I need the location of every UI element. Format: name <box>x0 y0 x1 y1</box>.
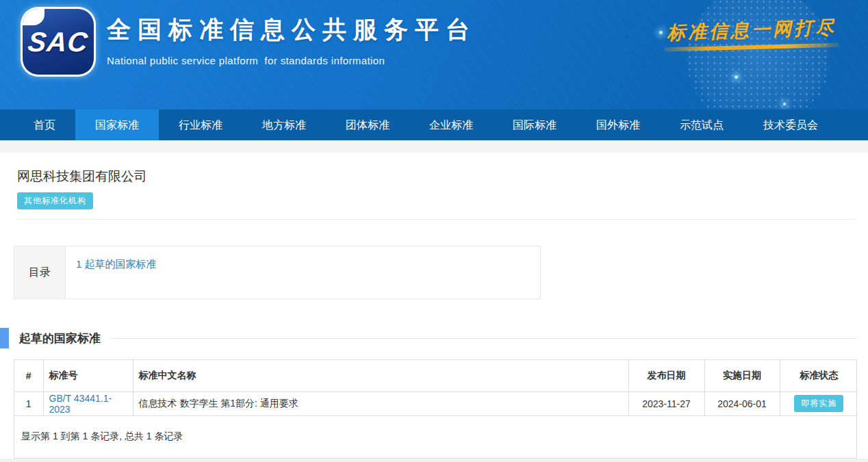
sub-nav-strip <box>0 140 868 153</box>
table-header-row: # 标准号 标准中文名称 发布日期 实施日期 标准状态 <box>14 360 858 392</box>
sac-logo-notch <box>23 9 44 25</box>
nav-item-group-standards[interactable]: 团体标准 <box>326 110 409 140</box>
table-row: 1 GB/T 43441.1-2023 信息技术 数字孪生 第1部分: 通用要求… <box>14 392 858 415</box>
column-header-pub-date: 发布日期 <box>628 360 704 392</box>
nav-item-enterprise-standards[interactable]: 企业标准 <box>409 110 493 140</box>
site-subtitle: National public service platform for sta… <box>107 55 476 66</box>
sac-logo[interactable]: SAC <box>21 7 96 77</box>
table-records-summary: 显示第 1 到第 1 条记录, 总共 1 条记录 <box>14 416 856 458</box>
column-header-index: # <box>14 360 43 392</box>
standards-table-container: # 标准号 标准中文名称 发布日期 实施日期 标准状态 1 GB/T 43441… <box>14 359 857 459</box>
nav-item-home[interactable]: 首页 <box>14 110 75 140</box>
nav-item-industry-standards[interactable]: 行业标准 <box>159 110 242 140</box>
standard-number-link[interactable]: GB/T 43441.1-2023 <box>49 393 112 415</box>
cell-pub-date: 2023-11-27 <box>628 392 704 415</box>
cell-status: 即将实施 <box>780 392 858 415</box>
nav-item-foreign-standards[interactable]: 国外标准 <box>576 110 660 140</box>
glow-dot-decoration <box>659 31 663 34</box>
cell-index: 1 <box>14 392 43 415</box>
page-bottom-strip <box>0 459 868 462</box>
site-title: 全国标准信息公共服务平台 <box>107 14 476 46</box>
organization-name: 网思科技集团有限公司 <box>17 168 868 185</box>
site-title-block: 全国标准信息公共服务平台 National public service pla… <box>107 14 476 66</box>
section-rule <box>110 338 857 339</box>
section-header: 起草的国家标准 <box>0 328 868 348</box>
organization-type-badge: 其他标准化机构 <box>17 192 93 209</box>
sac-logo-text: SAC <box>27 27 90 57</box>
slogan-text: 标准信息一网打尽 <box>666 15 837 46</box>
toc-link-drafted-standards[interactable]: 1 起草的国家标准 <box>76 258 157 270</box>
toc-box: 目录 1 起草的国家标准 <box>14 246 541 299</box>
nav-item-local-standards[interactable]: 地方标准 <box>242 110 326 140</box>
sac-logo-inner: SAC <box>23 9 94 75</box>
cell-std-no: GB/T 43441.1-2023 <box>43 392 133 415</box>
column-header-impl-date: 实施日期 <box>704 360 780 392</box>
cell-impl-date: 2024-06-01 <box>704 392 780 415</box>
glow-dot-decoration <box>735 75 738 79</box>
nav-item-technical-committee[interactable]: 技术委员会 <box>743 110 838 140</box>
divider <box>17 219 857 220</box>
slogan-block: 标准信息一网打尽 <box>664 18 839 49</box>
toc-label: 目录 <box>14 246 66 298</box>
section-marker <box>0 328 9 348</box>
cell-std-name: 信息技术 数字孪生 第1部分: 通用要求 <box>133 392 628 415</box>
main-nav: 首页 国家标准 行业标准 地方标准 团体标准 企业标准 国际标准 国外标准 示范… <box>0 110 868 140</box>
glow-dot-decoration <box>783 103 786 105</box>
section-title: 起草的国家标准 <box>19 331 101 346</box>
content-area: 网思科技集团有限公司 其他标准化机构 目录 1 起草的国家标准 起草的国家标准 … <box>0 153 868 459</box>
site-header: SAC 全国标准信息公共服务平台 National public service… <box>0 0 868 110</box>
nav-item-national-standards[interactable]: 国家标准 <box>75 110 159 140</box>
status-badge: 即将实施 <box>794 395 843 412</box>
column-header-std-no: 标准号 <box>43 360 133 392</box>
column-header-status: 标准状态 <box>780 360 858 392</box>
column-header-name: 标准中文名称 <box>133 360 628 392</box>
nav-item-pilot-demo[interactable]: 示范试点 <box>660 110 743 140</box>
standards-table: # 标准号 标准中文名称 发布日期 实施日期 标准状态 1 GB/T 43441… <box>14 360 858 416</box>
toc-content: 1 起草的国家标准 <box>66 246 540 298</box>
nav-item-international-standards[interactable]: 国际标准 <box>493 110 576 140</box>
